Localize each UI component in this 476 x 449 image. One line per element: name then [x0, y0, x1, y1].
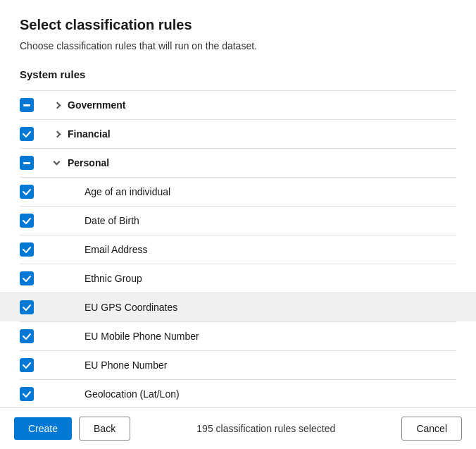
checkbox-personal[interactable] — [20, 156, 48, 170]
rule-label-eu_phone: EU Phone Number — [68, 359, 456, 371]
partial-icon — [20, 98, 34, 112]
checkbox-eu_phone[interactable] — [20, 358, 48, 372]
rule-row-ethnic[interactable]: Ethnic Group — [20, 264, 456, 293]
checkbox-eu_gps[interactable] — [20, 300, 48, 314]
checked-icon — [20, 329, 34, 343]
checkbox-ethnic[interactable] — [20, 271, 48, 285]
partial-icon — [20, 156, 34, 170]
rules-list: Government Financial Personal Age of an … — [20, 90, 456, 407]
rule-row-dob[interactable]: Date of Birth — [20, 206, 456, 235]
back-button[interactable]: Back — [79, 417, 130, 441]
checked-icon — [20, 358, 34, 372]
rule-row-email[interactable]: Email Address — [20, 235, 456, 264]
checkbox-government[interactable] — [20, 98, 48, 112]
rule-label-government: Government — [68, 99, 456, 111]
checked-icon — [20, 185, 34, 199]
main-content: Select classification rules Choose class… — [0, 0, 476, 407]
rule-label-eu_gps: EU GPS Coordinates — [68, 302, 456, 313]
checked-icon — [20, 300, 34, 314]
checked-icon — [20, 242, 34, 257]
rule-row-government[interactable]: Government — [20, 90, 456, 119]
rule-row-financial[interactable]: Financial — [20, 119, 456, 148]
footer: Create Back 195 classification rules sel… — [0, 407, 476, 449]
checkbox-email[interactable] — [20, 242, 48, 257]
rule-row-eu_phone[interactable]: EU Phone Number — [20, 350, 456, 379]
checked-icon — [20, 387, 34, 401]
rule-label-email: Email Address — [68, 244, 456, 255]
status-text: 195 classification rules selected — [137, 423, 394, 434]
checkbox-eu_mobile[interactable] — [20, 329, 48, 343]
checked-icon — [20, 271, 34, 285]
checked-icon — [20, 214, 34, 228]
rule-row-eu_gps[interactable]: EU GPS Coordinates — [0, 293, 476, 321]
rule-row-personal[interactable]: Personal — [20, 148, 456, 177]
chevron-down-icon — [48, 161, 65, 164]
create-button[interactable]: Create — [14, 417, 72, 440]
page-subtitle: Choose classification rules that will ru… — [20, 40, 456, 51]
rule-row-eu_mobile[interactable]: EU Mobile Phone Number — [20, 321, 456, 350]
rule-label-age: Age of an individual — [68, 186, 456, 197]
rule-label-personal: Personal — [68, 157, 456, 168]
chevron-right-icon — [48, 103, 65, 108]
rule-label-ethnic: Ethnic Group — [68, 273, 456, 284]
chevron-right-icon — [48, 132, 65, 137]
rule-row-age[interactable]: Age of an individual — [20, 177, 456, 206]
checkbox-dob[interactable] — [20, 214, 48, 228]
rule-label-eu_mobile: EU Mobile Phone Number — [68, 331, 456, 342]
cancel-button[interactable]: Cancel — [401, 417, 462, 441]
checked-icon — [20, 127, 34, 141]
rule-row-geolocation[interactable]: Geolocation (Lat/Lon) — [20, 379, 456, 407]
checkbox-age[interactable] — [20, 185, 48, 199]
page-title: Select classification rules — [20, 17, 456, 33]
checkbox-geolocation[interactable] — [20, 387, 48, 401]
rule-label-geolocation: Geolocation (Lat/Lon) — [68, 388, 456, 400]
section-title: System rules — [20, 68, 456, 80]
rule-label-financial: Financial — [68, 128, 456, 140]
rule-label-dob: Date of Birth — [68, 215, 456, 226]
checkbox-financial[interactable] — [20, 127, 48, 141]
